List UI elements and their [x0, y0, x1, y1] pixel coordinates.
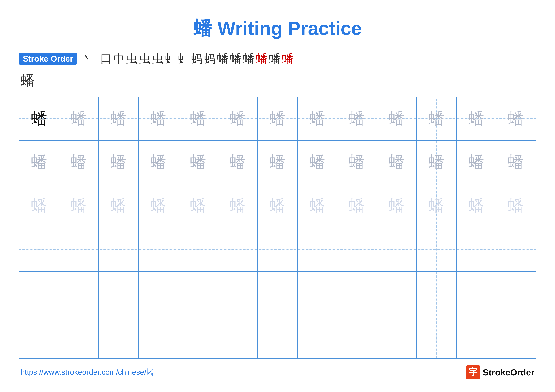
grid-cell-2-10[interactable]: 蟠 [377, 141, 417, 184]
grid-cell-2-13[interactable]: 蟠 [496, 141, 536, 184]
grid-cell-6-5[interactable] [178, 315, 218, 358]
grid-cell-4-11[interactable] [417, 228, 456, 271]
grid-cell-5-6[interactable] [218, 271, 258, 315]
grid-cell-2-2[interactable]: 蟠 [59, 141, 99, 184]
grid-cell-3-3[interactable]: 蟠 [99, 184, 139, 228]
grid-cell-4-3[interactable] [99, 228, 139, 271]
grid-cell-5-5[interactable] [178, 271, 218, 315]
grid-cell-3-9[interactable]: 蟠 [337, 184, 377, 228]
grid-row-2: 蟠 蟠 蟠 蟠 蟠 蟠 蟠 蟠 蟠 蟠 蟠 蟠 蟠 [19, 141, 536, 184]
grid-cell-6-3[interactable] [99, 315, 139, 358]
grid-cell-6-11[interactable] [417, 315, 456, 358]
grid-cell-1-1[interactable]: 蟠 [19, 97, 59, 140]
grid-cell-6-7[interactable] [258, 315, 297, 358]
footer-url[interactable]: https://www.strokeorder.com/chinese/蟠 [21, 367, 154, 377]
grid-cell-3-2[interactable]: 蟠 [59, 184, 99, 228]
grid-cell-1-9[interactable]: 蟠 [337, 97, 377, 140]
footer: https://www.strokeorder.com/chinese/蟠 字 … [19, 365, 536, 379]
grid-cell-6-13[interactable] [496, 315, 536, 358]
stroke-10: 蚂 [191, 51, 203, 66]
grid-cell-5-11[interactable] [417, 271, 456, 315]
grid-cell-5-12[interactable] [457, 271, 496, 315]
grid-cell-3-1[interactable]: 蟠 [19, 184, 59, 228]
grid-cell-3-11[interactable]: 蟠 [417, 184, 456, 228]
grid-cell-3-8[interactable]: 蟠 [298, 184, 337, 228]
grid-cell-1-11[interactable]: 蟠 [417, 97, 456, 140]
grid-cell-5-8[interactable] [298, 271, 337, 315]
grid-cell-3-4[interactable]: 蟠 [139, 184, 178, 228]
grid-cell-2-11[interactable]: 蟠 [417, 141, 456, 184]
page: 蟠 Writing Practice Stroke Order 丶 𠃌 口 中 … [0, 0, 555, 392]
grid-cell-2-4[interactable]: 蟠 [139, 141, 178, 184]
grid-cell-2-8[interactable]: 蟠 [298, 141, 337, 184]
stroke-14: 蟠 [243, 51, 254, 66]
grid-cell-5-13[interactable] [496, 271, 536, 315]
grid-cell-1-12[interactable]: 蟠 [457, 97, 496, 140]
grid-cell-3-13[interactable]: 蟠 [496, 184, 536, 228]
grid-row-4 [19, 228, 536, 271]
logo-char: 字 [469, 366, 477, 378]
grid-cell-5-10[interactable] [377, 271, 417, 315]
grid-cell-4-12[interactable] [457, 228, 496, 271]
stroke-second-line: 蟠 [19, 71, 536, 90]
stroke-sequence: 丶 𠃌 口 中 虫 虫 虫 虹 虹 蚂 蚂 蟠 蟠 蟠 蟠 蟠 蟠 [82, 51, 536, 66]
grid-cell-4-4[interactable] [139, 228, 178, 271]
stroke-6: 虫 [139, 51, 151, 66]
grid-cell-5-9[interactable] [337, 271, 377, 315]
grid-cell-5-2[interactable] [59, 271, 99, 315]
grid-cell-6-1[interactable] [19, 315, 59, 358]
grid-cell-5-4[interactable] [139, 271, 178, 315]
stroke-15: 蟠 [256, 51, 267, 66]
grid-cell-2-9[interactable]: 蟠 [337, 141, 377, 184]
grid-cell-6-2[interactable] [59, 315, 99, 358]
grid-cell-1-5[interactable]: 蟠 [178, 97, 218, 140]
grid-cell-2-1[interactable]: 蟠 [19, 141, 59, 184]
grid-cell-1-3[interactable]: 蟠 [99, 97, 139, 140]
grid-cell-2-5[interactable]: 蟠 [178, 141, 218, 184]
stroke-4: 中 [113, 51, 125, 66]
grid-cell-4-5[interactable] [178, 228, 218, 271]
grid-cell-1-2[interactable]: 蟠 [59, 97, 99, 140]
grid-cell-4-8[interactable] [298, 228, 337, 271]
grid-cell-4-6[interactable] [218, 228, 258, 271]
grid-cell-2-6[interactable]: 蟠 [218, 141, 258, 184]
stroke-5: 虫 [126, 51, 138, 66]
grid-cell-3-12[interactable]: 蟠 [457, 184, 496, 228]
grid-cell-1-10[interactable]: 蟠 [377, 97, 417, 140]
grid-cell-4-10[interactable] [377, 228, 417, 271]
grid-cell-5-7[interactable] [258, 271, 297, 315]
grid-cell-1-6[interactable]: 蟠 [218, 97, 258, 140]
grid-cell-5-1[interactable] [19, 271, 59, 315]
grid-cell-2-3[interactable]: 蟠 [99, 141, 139, 184]
grid-cell-6-12[interactable] [457, 315, 496, 358]
grid-cell-4-2[interactable] [59, 228, 99, 271]
grid-cell-1-7[interactable]: 蟠 [258, 97, 297, 140]
grid-cell-4-7[interactable] [258, 228, 297, 271]
grid-cell-3-5[interactable]: 蟠 [178, 184, 218, 228]
stroke-final-char: 蟠 [21, 71, 35, 90]
stroke-9: 虹 [178, 51, 190, 66]
grid-row-5 [19, 271, 536, 315]
grid-cell-6-10[interactable] [377, 315, 417, 358]
grid-cell-6-6[interactable] [218, 315, 258, 358]
grid-cell-6-9[interactable] [337, 315, 377, 358]
title-label: Writing Practice [218, 18, 362, 39]
grid-cell-3-7[interactable]: 蟠 [258, 184, 297, 228]
grid-cell-1-8[interactable]: 蟠 [298, 97, 337, 140]
stroke-order-badge: Stroke Order [19, 53, 77, 65]
grid-cell-1-13[interactable]: 蟠 [496, 97, 536, 140]
logo-text: StrokeOrder [483, 367, 534, 378]
grid-cell-3-10[interactable]: 蟠 [377, 184, 417, 228]
grid-cell-6-8[interactable] [298, 315, 337, 358]
grid-cell-3-6[interactable]: 蟠 [218, 184, 258, 228]
grid-cell-2-12[interactable]: 蟠 [457, 141, 496, 184]
grid-cell-4-9[interactable] [337, 228, 377, 271]
grid-row-1: 蟠 蟠 蟠 蟠 蟠 蟠 蟠 蟠 蟠 蟠 蟠 蟠 蟠 [19, 97, 536, 141]
grid-cell-4-13[interactable] [496, 228, 536, 271]
grid-cell-6-4[interactable] [139, 315, 178, 358]
grid-cell-4-1[interactable] [19, 228, 59, 271]
grid-cell-2-7[interactable]: 蟠 [258, 141, 297, 184]
grid-cell-1-4[interactable]: 蟠 [139, 97, 178, 140]
footer-logo: 字 StrokeOrder [466, 365, 534, 379]
grid-cell-5-3[interactable] [99, 271, 139, 315]
